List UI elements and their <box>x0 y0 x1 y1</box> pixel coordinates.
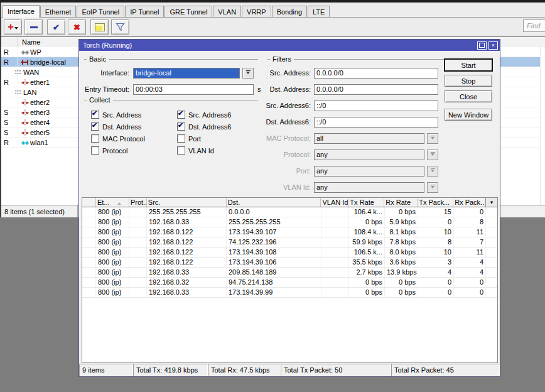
tab-vlan[interactable]: VLAN <box>213 6 241 17</box>
tab-gre-tunnel[interactable]: GRE Tunnel <box>165 6 212 17</box>
basic-group-label: Basic <box>87 55 109 63</box>
start-button[interactable]: Start <box>445 59 492 71</box>
col-header-tx-rate[interactable]: Tx Rate <box>348 198 384 207</box>
disable-button[interactable]: ✖ <box>68 19 86 35</box>
wlan-icon <box>20 139 30 146</box>
stop-button[interactable]: Stop <box>445 75 492 87</box>
close-icon: × <box>492 43 495 48</box>
close-button[interactable]: × <box>488 41 498 50</box>
interface-name: ether5 <box>30 129 50 136</box>
torch-table-row[interactable]: 800 (ip) 192.168.0.122 173.194.39.107 10… <box>82 227 497 237</box>
interface-name: ether1 <box>30 79 50 86</box>
row-flag: S <box>1 107 18 117</box>
torch-table-row[interactable]: 800 (ip) 192.168.0.32 94.75.214.138 0 bp… <box>82 278 497 288</box>
add-button[interactable]: + <box>4 19 22 35</box>
new-window-button[interactable]: New Window <box>445 109 492 121</box>
cell-dst-address: 74.125.232.196 <box>227 237 321 247</box>
filter-protocol: Protocol: any <box>255 149 443 160</box>
torch-table-row[interactable]: 800 (ip) 192.168.0.122 74.125.232.196 59… <box>82 237 497 248</box>
maximize-button[interactable] <box>477 41 487 50</box>
filter-dst-address: Dst. Address: 0.0.0.0/0 <box>255 84 443 95</box>
row-flag: R <box>1 57 18 67</box>
filter-input[interactable]: any <box>314 182 424 193</box>
list-gutter <box>540 47 545 205</box>
cell-src-address: 192.168.0.33 <box>147 268 227 277</box>
entry-timeout-input[interactable]: 00:00:03 <box>133 84 254 95</box>
tab-ip-tunnel[interactable]: IP Tunnel <box>125 6 164 17</box>
filter-input[interactable]: any <box>314 166 424 177</box>
tab-ethernet[interactable]: Ethernet <box>40 6 77 17</box>
dropdown-icon[interactable] <box>427 133 438 144</box>
torch-table-row[interactable]: 800 (ip) 192.168.0.122 173.194.39.108 10… <box>82 248 497 258</box>
ethernet-icon <box>20 119 30 126</box>
torch-table-row[interactable]: 800 (ip) 192.168.0.33 173.194.39.99 0 bp… <box>82 288 497 298</box>
col-header-rx-packets[interactable]: Rx Pack... <box>453 198 485 207</box>
cell-ethertype: 800 (ip) <box>96 278 129 287</box>
col-header-rx-rate[interactable]: Rx Rate <box>384 198 418 207</box>
filter-input[interactable]: ::/0 <box>314 117 438 128</box>
checkbox <box>177 134 185 143</box>
filter-button[interactable] <box>111 19 129 35</box>
close-dialog-button[interactable]: Close <box>445 90 492 102</box>
interface-name: bridge-local <box>30 58 66 66</box>
dropdown-icon[interactable] <box>427 150 438 160</box>
flags-column-header[interactable] <box>1 37 18 47</box>
col-header-tx-packets[interactable]: Tx Pack... <box>418 198 453 207</box>
enable-button[interactable]: ✔ <box>47 19 65 35</box>
filter-input[interactable]: any <box>314 150 424 160</box>
collect-dst-address[interactable]: Dst. Address <box>91 121 177 133</box>
col-header-dst[interactable]: Dst. <box>227 198 321 207</box>
row-flag: R <box>1 47 18 57</box>
tab-interface[interactable]: Interface <box>3 5 40 18</box>
tab-vrrp[interactable]: VRRP <box>242 6 271 17</box>
collect-mac-protocol[interactable]: MAC Protocol <box>91 133 177 144</box>
dialog-titlebar[interactable]: Torch (Running) × <box>79 40 500 51</box>
col-header-et[interactable]: Et... <box>96 198 129 207</box>
filter-label: Dst. Address: <box>255 85 311 93</box>
filter-input[interactable]: 0.0.0.0/0 <box>314 84 438 95</box>
winbox-screen: InterfaceEthernetEoIP TunnelIP TunnelGRE… <box>0 0 545 392</box>
comment-button[interactable] <box>90 19 109 35</box>
column-selector-button[interactable] <box>485 198 497 207</box>
interface-combo[interactable]: bridge-local <box>133 68 240 79</box>
cell-src-address: 192.168.0.33 <box>147 288 227 297</box>
cell-dst-address: 173.194.39.108 <box>227 248 321 257</box>
torch-table-row[interactable]: 800 (ip) 192.168.0.122 173.194.39.106 35… <box>82 258 497 268</box>
interface-dropdown-icon[interactable] <box>242 68 254 79</box>
cell-dst-address: 0.0.0.0 <box>227 207 321 217</box>
interface-name: WAN <box>23 68 39 76</box>
col-header-prot[interactable]: Prot... <box>129 198 147 207</box>
collect-src-address[interactable]: Src. Address <box>91 109 177 121</box>
collect-checkbox-grid: Src. Address Src. Address6 Dst. Address … <box>91 109 278 156</box>
tab-lte[interactable]: LTE <box>308 6 330 17</box>
torch-table-row[interactable]: 800 (ip) 255.255.255.255 0.0.0.0 106.4 k… <box>82 207 497 217</box>
checkbox <box>91 146 99 155</box>
collect-protocol[interactable]: Protocol <box>91 144 177 156</box>
row-flag <box>1 97 18 107</box>
ethernet-icon <box>20 129 30 136</box>
cell-flag <box>82 237 96 247</box>
filter-input[interactable]: all <box>314 133 424 144</box>
tab-label: EoIP Tunnel <box>82 8 119 16</box>
checkbox-label: VLAN Id <box>188 147 214 155</box>
remove-button[interactable] <box>24 19 43 35</box>
dropdown-icon[interactable] <box>427 166 438 177</box>
filters-form: Src. Address: 0.0.0.0/0 Dst. Address: 0.… <box>255 67 443 198</box>
cell-tx-packets: 10 <box>418 248 454 257</box>
col-header-src[interactable]: Src. <box>147 198 227 207</box>
col-header-vlan-id[interactable]: VLAN Id <box>321 198 348 207</box>
dropdown-icon[interactable] <box>427 182 438 193</box>
tab-bonding[interactable]: Bonding <box>272 6 307 17</box>
filter-input[interactable]: ::/0 <box>314 101 438 111</box>
torch-table-row[interactable]: 800 (ip) 192.168.0.33 209.85.148.189 2.7… <box>82 268 497 278</box>
cell-rx-rate: 5.9 kbps <box>385 217 418 227</box>
filter-input[interactable]: 0.0.0.0/0 <box>314 68 438 79</box>
checkbox-label: Protocol <box>102 147 127 155</box>
interface-label: Interface: <box>80 69 129 77</box>
torch-table-row[interactable]: 800 (ip) 192.168.0.33 255.255.255.255 0 … <box>82 217 497 227</box>
col-header-flag[interactable] <box>82 198 96 207</box>
find-input[interactable]: Find <box>523 19 545 32</box>
tab-eoip-tunnel[interactable]: EoIP Tunnel <box>77 6 124 17</box>
filter-label: Src. Address6: <box>255 102 311 109</box>
cell-src-address: 255.255.255.255 <box>147 207 227 217</box>
